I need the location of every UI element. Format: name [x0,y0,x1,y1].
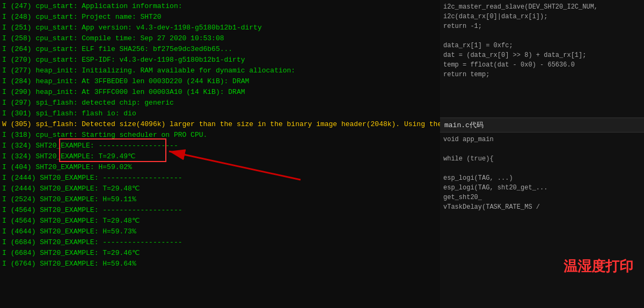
log-line: I (324) SHT20_EXAMPLE: T=29.49℃ [0,151,440,162]
code-line [443,164,641,173]
log-line: I (4564) SHT20_EXAMPLE: ----------------… [0,205,440,216]
code-line: return temp; [443,70,641,79]
log-line: I (324) SHT20_EXAMPLE: -----------------… [0,141,440,151]
log-line: I (270) cpu_start: ESP-IDF: v4.3-dev-119… [0,55,440,65]
log-line: I (301) spi_flash: flash io: dio [0,108,440,119]
code-panel: i2c_master_read_slave(DEV_SHT20_I2C_NUM,… [440,0,644,308]
section-label-text: main.c代码 [444,121,484,129]
code-line: esp_logi(TAG, sht20_get_... [443,183,641,193]
log-line: I (251) cpu_start: App version: v4.3-dev… [0,23,440,33]
code-line: i2c(data_rx[0]|data_rx[i]); [443,12,641,21]
code-line [443,144,641,154]
log-line: I (2444) SHT20_EXAMPLE: ----------------… [0,173,440,184]
log-line: I (2444) SHT20_EXAMPLE: T=29.48℃ [0,184,440,194]
code-line: dat = (data_rx[0] >> 8) + data_rx[1]; [443,50,641,60]
code-bottom: void app_main while (true){ esp_logi(TAG… [440,133,644,308]
log-line: I (284) heap_init: At 3FFBEDE0 len 0003D… [0,76,440,87]
log-line: I (2524) SHT20_EXAMPLE: H=59.11% [0,194,440,205]
log-line: I (6764) SHT20_EXAMPLE: H=59.64% [0,259,440,269]
code-line [443,31,641,41]
code-line: esp_logi(TAG, ...) [443,173,641,183]
log-line: I (258) cpu_start: Compile time: Sep 27 … [0,33,440,44]
log-line: I (4644) SHT20_EXAMPLE: H=59.73% [0,226,440,237]
log-line: I (248) cpu_start: Project name: SHT20 [0,12,440,23]
log-line: I (247) cpu_start: Application informati… [0,1,440,12]
log-line: I (318) cpu_start: Starting scheduler on… [0,130,440,141]
chinese-annotation-text: 温湿度打印 [564,258,633,274]
terminal-panel: I (247) cpu_start: Application informati… [0,0,440,308]
code-top: i2c_master_read_slave(DEV_SHT20_I2C_NUM,… [440,0,644,118]
code-line: get_sht20_ [443,193,641,202]
log-line: I (264) cpu_start: ELF file SHA256: bf27… [0,44,440,55]
code-line: while (true){ [443,154,641,164]
log-line: W (305) spi_flash: Detected size(4096k) … [0,119,440,130]
log-line: I (404) SHT20_EXAMPLE: H=59.02% [0,162,440,173]
code-line: data_rx[1] = 0xfc; [443,41,641,50]
section-label: main.c代码 [440,118,644,133]
log-line: I (6684) SHT20_EXAMPLE: T=29.46℃ [0,248,440,259]
code-line: vTaskDelay(TASK_RATE_MS / [443,202,641,212]
log-line: I (297) spi_flash: detected chip: generi… [0,98,440,108]
log-line: I (4564) SHT20_EXAMPLE: T=29.48℃ [0,216,440,226]
code-line: i2c_master_read_slave(DEV_SHT20_I2C_NUM, [443,2,641,12]
log-line: I (277) heap_init: Initializing. RAM ava… [0,65,440,76]
log-line: I (290) heap_init: At 3FFFC000 len 00003… [0,87,440,98]
code-line: void app_main [443,135,641,144]
chinese-annotation: 温湿度打印 [564,257,633,276]
code-line: return -1; [443,21,641,31]
log-line: I (6684) SHT20_EXAMPLE: ----------------… [0,237,440,248]
code-line: temp = ffloat(dat - 0x0) - 65636.0 [443,60,641,70]
